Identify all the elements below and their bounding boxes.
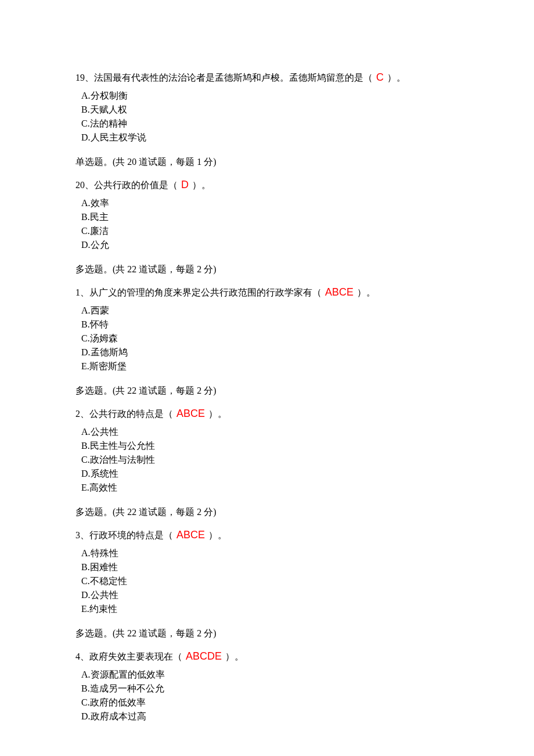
option-c: C.政府的低效率	[81, 696, 459, 710]
section-note: 多选题。(共 22 道试题，每题 2 分)	[75, 384, 459, 398]
stem-post: ）。	[208, 409, 227, 419]
question-number: 3	[75, 530, 80, 540]
stem-pre: 、公共行政的特点是（	[80, 409, 173, 419]
stem-post: ）。	[387, 73, 406, 82]
option-d: D.政府成本过高	[81, 710, 459, 723]
option-d: D.公共性	[81, 588, 459, 602]
answer-text: C	[373, 71, 387, 83]
stem-pre: 、政府失效主要表现在（	[80, 651, 182, 661]
stem-pre: 、从广义的管理的角度来界定公共行政范围的行政学家有（	[80, 287, 322, 297]
option-a: A.公共性	[81, 425, 459, 439]
option-c: C.不稳定性	[81, 574, 459, 588]
option-d: D.人民主权学说	[81, 131, 459, 145]
option-b: B.民主性与公允性	[81, 439, 459, 453]
question-1m: 1、从广义的管理的角度来界定公共行政范围的行政学家有（ABCE）。 A.西蒙 B…	[75, 285, 459, 373]
question-stem: 4、政府失效主要表现在（ABCDE）。	[75, 649, 459, 664]
option-a: A.分权制衡	[81, 89, 459, 103]
section-note: 多选题。(共 22 道试题，每题 2 分)	[75, 505, 459, 519]
question-stem: 3、行政环境的特点是（ABCE）。	[75, 527, 459, 543]
option-a: A.效率	[81, 196, 459, 210]
options-list: A.西蒙 B.怀特 C.汤姆森 D.孟德斯鸠 E.斯密斯堡	[75, 304, 459, 373]
question-stem: 2、公共行政的特点是（ABCE）。	[75, 406, 459, 422]
question-number: 4	[75, 651, 80, 661]
option-b: B.民主	[81, 210, 459, 224]
question-2m: 2、公共行政的特点是（ABCE）。 A.公共性 B.民主性与公允性 C.政治性与…	[75, 406, 459, 495]
question-stem: 1、从广义的管理的角度来界定公共行政范围的行政学家有（ABCE）。	[75, 285, 459, 300]
question-number: 19	[75, 73, 85, 82]
stem-post: ）。	[225, 651, 244, 661]
option-a: A.特殊性	[81, 546, 459, 560]
option-c: C.汤姆森	[81, 332, 459, 345]
options-list: A.分权制衡 B.天赋人权 C.法的精神 D.人民主权学说	[75, 89, 459, 145]
answer-text: D	[178, 179, 192, 190]
answer-text: ABCE	[173, 408, 208, 419]
question-number: 1	[75, 287, 80, 297]
stem-post: ）。	[208, 530, 227, 540]
answer-text: ABCDE	[182, 650, 225, 662]
option-a: A.资源配置的低效率	[81, 668, 459, 682]
option-d: D.系统性	[81, 467, 459, 481]
answer-text: ABCE	[322, 286, 357, 298]
stem-post: ）。	[192, 180, 211, 190]
question-number: 2	[75, 409, 80, 419]
question-4m: 4、政府失效主要表现在（ABCDE）。 A.资源配置的低效率 B.造成另一种不公…	[75, 649, 459, 723]
question-19: 19、法国最有代表性的法治论者是孟德斯鸠和卢梭。孟德斯鸠留意的是（C）。 A.分…	[75, 70, 459, 145]
options-list: A.资源配置的低效率 B.造成另一种不公允 C.政府的低效率 D.政府成本过高	[75, 668, 459, 723]
stem-pre: 、行政环境的特点是（	[80, 530, 173, 540]
question-3m: 3、行政环境的特点是（ABCE）。 A.特殊性 B.困难性 C.不稳定性 D.公…	[75, 527, 459, 616]
option-b: B.怀特	[81, 318, 459, 332]
exam-page: 19、法国最有代表性的法治论者是孟德斯鸠和卢梭。孟德斯鸠留意的是（C）。 A.分…	[0, 0, 534, 756]
section-note: 单选题。(共 20 道试题，每题 1 分)	[75, 155, 459, 169]
option-c: C.廉洁	[81, 224, 459, 238]
options-list: A.效率 B.民主 C.廉洁 D.公允	[75, 196, 459, 252]
question-20: 20、公共行政的价值是（D）。 A.效率 B.民主 C.廉洁 D.公允	[75, 177, 459, 252]
section-note: 多选题。(共 22 道试题，每题 2 分)	[75, 262, 459, 276]
option-e: E.约束性	[81, 602, 459, 616]
option-c: C.政治性与法制性	[81, 453, 459, 467]
option-c: C.法的精神	[81, 117, 459, 131]
option-b: B.造成另一种不公允	[81, 682, 459, 696]
options-list: A.特殊性 B.困难性 C.不稳定性 D.公共性 E.约束性	[75, 546, 459, 616]
question-stem: 19、法国最有代表性的法治论者是孟德斯鸠和卢梭。孟德斯鸠留意的是（C）。	[75, 70, 459, 85]
question-stem: 20、公共行政的价值是（D）。	[75, 177, 459, 193]
section-note: 多选题。(共 22 道试题，每题 2 分)	[75, 627, 459, 640]
stem-post: ）。	[357, 287, 376, 297]
answer-text: ABCE	[173, 529, 208, 541]
option-e: E.斯密斯堡	[81, 359, 459, 373]
option-b: B.天赋人权	[81, 103, 459, 117]
option-e: E.高效性	[81, 481, 459, 495]
question-number: 20	[75, 180, 85, 190]
option-b: B.困难性	[81, 560, 459, 574]
stem-pre: 、公共行政的价值是（	[85, 180, 178, 190]
option-d: D.公允	[81, 238, 459, 252]
options-list: A.公共性 B.民主性与公允性 C.政治性与法制性 D.系统性 E.高效性	[75, 425, 459, 495]
option-a: A.西蒙	[81, 304, 459, 318]
stem-pre: 、法国最有代表性的法治论者是孟德斯鸠和卢梭。孟德斯鸠留意的是（	[85, 73, 373, 82]
option-d: D.孟德斯鸠	[81, 345, 459, 359]
